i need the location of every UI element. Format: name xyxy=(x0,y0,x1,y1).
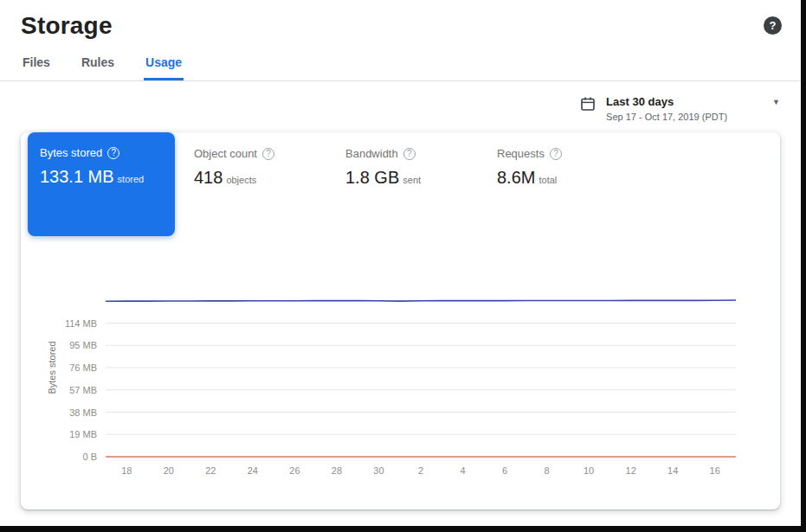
svg-text:6: 6 xyxy=(502,465,507,476)
help-circle-icon[interactable]: ? xyxy=(107,147,119,159)
metric-unit: stored xyxy=(118,174,145,184)
metric-value-row: 133.1 MBstored xyxy=(40,167,163,187)
metric-value: 133.1 MB xyxy=(40,167,114,186)
svg-text:14: 14 xyxy=(667,465,678,476)
svg-text:16: 16 xyxy=(710,465,720,476)
date-range-detail: Sep 17 - Oct 17, 2019 (PDT) xyxy=(606,112,738,122)
bytes-stored-line-chart: 0 B19 MB38 MB57 MB76 MB95 MB114 MB182022… xyxy=(43,260,762,487)
page-header: Storage ? xyxy=(0,0,801,40)
metric-label: Requests xyxy=(497,147,545,160)
tab-usage[interactable]: Usage xyxy=(144,47,184,80)
date-range-label: Last 30 days xyxy=(606,95,738,108)
svg-text:8: 8 xyxy=(545,465,550,476)
metric-value-row: 8.6Mtotal xyxy=(497,168,648,188)
metric-bandwidth[interactable]: Bandwidth ? 1.8 GBsent xyxy=(345,132,497,188)
svg-text:57 MB: 57 MB xyxy=(69,385,97,395)
help-icon[interactable]: ? xyxy=(764,16,782,35)
svg-text:12: 12 xyxy=(626,465,636,476)
svg-text:38 MB: 38 MB xyxy=(69,407,97,418)
metric-selector: Bytes stored ? 133.1 MBstored Object cou… xyxy=(21,132,780,236)
metric-value: 418 xyxy=(194,168,222,187)
svg-text:2: 2 xyxy=(418,465,423,476)
svg-text:10: 10 xyxy=(584,465,594,476)
svg-text:19 MB: 19 MB xyxy=(69,429,97,439)
metric-bytes-stored[interactable]: Bytes stored ? 133.1 MBstored xyxy=(28,132,175,236)
help-circle-icon[interactable]: ? xyxy=(403,148,416,160)
metric-requests[interactable]: Requests ? 8.6Mtotal xyxy=(497,132,648,188)
usage-card: Bytes stored ? 133.1 MBstored Object cou… xyxy=(21,132,780,510)
metric-label: Object count xyxy=(194,147,257,160)
metric-object-count[interactable]: Object count ? 418objects xyxy=(194,132,345,188)
svg-text:0 B: 0 B xyxy=(82,452,97,462)
metric-label: Bytes stored xyxy=(40,146,102,159)
tab-rules[interactable]: Rules xyxy=(80,47,116,80)
tab-files[interactable]: Files xyxy=(21,47,52,80)
metric-label-row: Bandwidth ? xyxy=(345,147,497,160)
svg-text:30: 30 xyxy=(373,465,384,476)
svg-text:114 MB: 114 MB xyxy=(65,318,97,329)
svg-text:95 MB: 95 MB xyxy=(69,340,97,350)
date-range-picker[interactable]: Last 30 days Sep 17 - Oct 17, 2019 (PDT)… xyxy=(580,95,780,122)
metric-label: Bandwidth xyxy=(345,147,398,160)
metric-value: 1.8 GB xyxy=(345,168,399,187)
metric-unit: total xyxy=(538,175,557,185)
date-range-row: Last 30 days Sep 17 - Oct 17, 2019 (PDT)… xyxy=(0,81,801,129)
metric-unit: sent xyxy=(403,175,421,185)
metric-label-row: Requests ? xyxy=(497,147,648,160)
svg-text:20: 20 xyxy=(164,465,174,476)
metric-label-row: Object count ? xyxy=(194,147,345,160)
help-circle-icon[interactable]: ? xyxy=(550,148,562,160)
date-range-texts: Last 30 days Sep 17 - Oct 17, 2019 (PDT) xyxy=(606,95,738,122)
page-title: Storage xyxy=(21,12,113,40)
svg-text:76 MB: 76 MB xyxy=(69,362,97,373)
metric-value-row: 418objects xyxy=(194,168,345,188)
svg-text:24: 24 xyxy=(248,465,258,476)
svg-text:4: 4 xyxy=(460,465,465,476)
usage-chart: 0 B19 MB38 MB57 MB76 MB95 MB114 MB182022… xyxy=(21,260,780,490)
svg-text:26: 26 xyxy=(289,465,300,476)
svg-text:18: 18 xyxy=(121,465,132,476)
svg-text:Bytes stored: Bytes stored xyxy=(47,341,57,394)
svg-text:22: 22 xyxy=(205,465,216,476)
storage-usage-page: Storage ? Files Rules Usage Last 30 days… xyxy=(0,0,801,526)
help-circle-icon[interactable]: ? xyxy=(262,148,274,160)
metric-value: 8.6M xyxy=(497,168,535,187)
tab-bar: Files Rules Usage xyxy=(0,47,801,81)
metric-value-row: 1.8 GBsent xyxy=(345,168,497,188)
svg-text:28: 28 xyxy=(332,465,342,476)
metric-label-row: Bytes stored ? xyxy=(40,146,163,159)
calendar-icon xyxy=(580,96,596,115)
metric-unit: objects xyxy=(226,175,256,185)
chevron-down-icon: ▼ xyxy=(772,98,780,106)
